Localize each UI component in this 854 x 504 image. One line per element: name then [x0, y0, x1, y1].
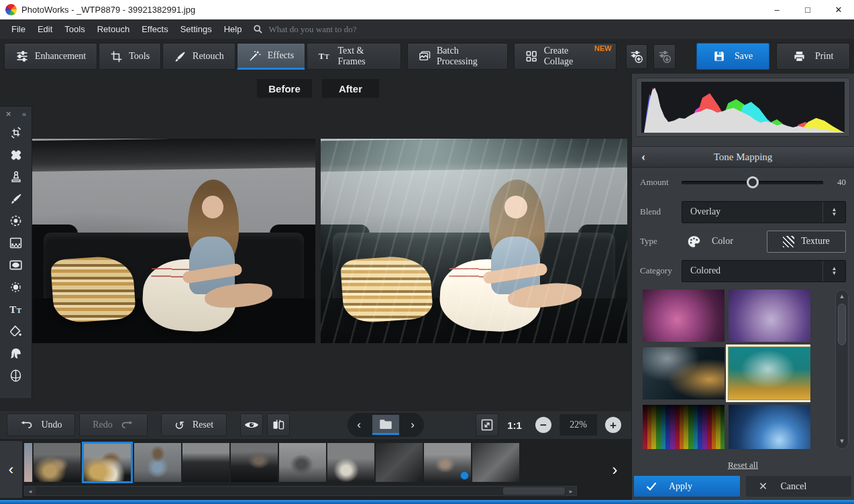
palette-icon[interactable]: [687, 235, 701, 249]
film-thumbnail[interactable]: [424, 443, 471, 482]
app-logo-icon: [5, 4, 17, 15]
minimize-button[interactable]: –: [761, 0, 792, 19]
palette-collapse-icon[interactable]: «: [22, 110, 26, 118]
compare-view-button[interactable]: [267, 414, 290, 436]
canvas-area: Before After: [0, 74, 631, 410]
palette-close-icon[interactable]: ✕: [5, 110, 11, 119]
menu-retouch[interactable]: Retouch: [91, 19, 136, 39]
graduated-filter-tool[interactable]: [0, 232, 32, 254]
reset-all-link[interactable]: Reset all: [728, 460, 758, 470]
scroll-up-icon[interactable]: ▲: [839, 290, 845, 302]
gallery-scrollbar[interactable]: ▲ ▼: [835, 290, 849, 449]
tab-enhancement[interactable]: Enhancement: [4, 43, 97, 70]
film-thumbnail[interactable]: [134, 443, 181, 482]
film-thumbnail[interactable]: [279, 443, 326, 482]
cancel-button[interactable]: ✕ Cancel: [746, 476, 852, 497]
amount-slider[interactable]: [682, 176, 823, 188]
spinner-down-icon[interactable]: ▼: [832, 212, 837, 216]
show-original-button[interactable]: [240, 414, 263, 436]
print-button[interactable]: Print: [776, 43, 850, 70]
tab-text-frames[interactable]: TT Text & Frames: [307, 43, 401, 70]
tab-effects[interactable]: Effects: [237, 43, 305, 70]
scrollbar-thumb[interactable]: [503, 487, 565, 495]
hair-color-tool[interactable]: [0, 342, 32, 365]
film-thumbnail[interactable]: [376, 443, 423, 482]
texture-thumbnail[interactable]: [729, 405, 810, 449]
clone-stamp-tool[interactable]: [0, 166, 32, 188]
film-thumbnail[interactable]: [34, 443, 81, 482]
menu-edit[interactable]: Edit: [32, 19, 58, 39]
undo-button[interactable]: Undo: [7, 414, 75, 436]
texture-thumbnail[interactable]: [729, 290, 810, 342]
spinner-down-icon[interactable]: ▼: [832, 271, 837, 275]
text-tool[interactable]: TT: [0, 298, 32, 320]
open-folder-button[interactable]: [372, 415, 399, 435]
zoom-level[interactable]: 22%: [559, 414, 598, 436]
before-button[interactable]: Before: [257, 79, 312, 98]
film-thumbnail[interactable]: [472, 443, 519, 482]
add-preset-button[interactable]: [626, 44, 648, 69]
photo-navigator: ‹ ›: [348, 413, 424, 437]
menu-tools[interactable]: Tools: [58, 19, 91, 39]
after-button[interactable]: After: [322, 79, 379, 98]
crop-rotate-tool[interactable]: [0, 121, 32, 143]
scroll-right-arrow[interactable]: ▸: [566, 487, 576, 495]
face-sculpt-tool[interactable]: [0, 365, 32, 387]
type-row: Type Color Texture: [632, 227, 854, 256]
slider-handle[interactable]: [747, 176, 759, 188]
search-box[interactable]: What do you want to do?: [253, 24, 356, 35]
category-dropdown[interactable]: Colored ▲ ▼: [682, 260, 846, 282]
gallery-scrollbar-thumb[interactable]: [838, 304, 846, 345]
texture-thumbnail-selected[interactable]: [729, 347, 810, 399]
reset-button[interactable]: ↺ Reset: [161, 414, 227, 436]
tab-retouch[interactable]: Retouch: [162, 43, 235, 70]
menu-help[interactable]: Help: [218, 19, 248, 39]
brush-icon: [174, 50, 186, 63]
tab-tools[interactable]: Tools: [99, 43, 161, 70]
titlebar: PhotoWorks - _WTP8879 - 39921382991.jpg …: [0, 0, 854, 19]
redo-button[interactable]: Redo: [79, 414, 148, 436]
tab-batch-processing[interactable]: Batch Processing: [407, 43, 509, 70]
actual-size-button[interactable]: 1:1: [502, 414, 527, 436]
red-eye-tool[interactable]: [0, 210, 32, 232]
zoom-out-button[interactable]: −: [532, 414, 555, 436]
texture-gallery: [643, 290, 810, 449]
healing-patch-tool[interactable]: [0, 143, 32, 166]
texture-thumbnail[interactable]: [643, 290, 725, 342]
film-thumbnail-selected[interactable]: [82, 442, 133, 483]
film-thumbnail[interactable]: [24, 443, 32, 482]
next-photo-button[interactable]: ›: [405, 418, 420, 432]
scroll-down-icon[interactable]: ▼: [839, 435, 845, 447]
maximize-button[interactable]: □: [792, 0, 823, 19]
category-spinner[interactable]: ▲ ▼: [822, 261, 845, 281]
radial-glow-tool[interactable]: [0, 276, 32, 298]
film-thumbnail[interactable]: [327, 443, 374, 482]
zoom-in-button[interactable]: +: [602, 414, 625, 436]
export-preset-button[interactable]: [653, 44, 676, 69]
fit-screen-button[interactable]: [476, 414, 498, 436]
close-button[interactable]: ✕: [823, 0, 854, 19]
texture-thumbnail[interactable]: [643, 405, 725, 449]
save-button[interactable]: Save: [696, 43, 770, 70]
blend-spinner[interactable]: ▲ ▼: [822, 202, 845, 223]
menu-settings[interactable]: Settings: [174, 19, 218, 39]
film-thumbnail[interactable]: [231, 443, 278, 482]
brush-tool[interactable]: [0, 188, 32, 210]
film-thumbnail[interactable]: [182, 443, 229, 482]
apply-button[interactable]: Apply: [634, 476, 740, 497]
blend-dropdown[interactable]: Overlay ▲ ▼: [682, 201, 846, 223]
prev-photo-button[interactable]: ‹: [352, 418, 366, 432]
type-option-texture[interactable]: Texture: [767, 231, 846, 253]
back-icon[interactable]: ‹: [641, 150, 645, 164]
fill-tool[interactable]: [0, 320, 32, 342]
vignette-tool[interactable]: [0, 254, 32, 276]
filmstrip-next-button[interactable]: ›: [604, 441, 626, 498]
texture-thumbnail[interactable]: [643, 347, 725, 399]
tab-create-collage[interactable]: Create Collage NEW: [514, 43, 616, 70]
scroll-left-arrow[interactable]: ◂: [25, 487, 36, 495]
type-option-color[interactable]: Color: [712, 236, 733, 247]
menu-file[interactable]: File: [5, 19, 32, 39]
filmstrip-scrollbar[interactable]: ◂ ▸: [24, 486, 577, 496]
filmstrip-prev-button[interactable]: ‹: [0, 441, 22, 498]
menu-effects[interactable]: Effects: [136, 19, 174, 39]
